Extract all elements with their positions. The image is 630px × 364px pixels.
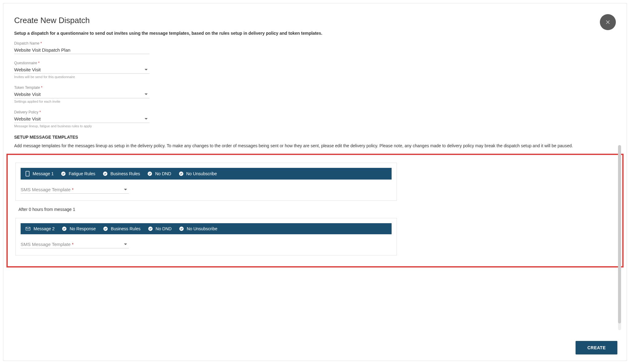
tag-no-unsubscribe: No Unsubscribe: [187, 226, 217, 231]
token-template-value: Website Visit: [14, 92, 41, 97]
templates-description: Add message templates for the messages l…: [14, 143, 616, 149]
sms-template-select-1[interactable]: SMS Message Template *: [21, 186, 129, 194]
tag-fatigue-rules: Fatigue Rules: [69, 171, 95, 176]
check-circle-icon: [148, 172, 152, 176]
modal-footer: CREATE: [3, 335, 627, 361]
svg-rect-2: [26, 171, 29, 176]
page-title: Create New Dispatch: [14, 16, 616, 25]
chevron-down-icon: [124, 189, 127, 190]
message-header-2: Message 2 No Response Business Rules: [21, 223, 392, 234]
check-circle-icon: [62, 227, 66, 231]
message-1-title: Message 1: [33, 171, 54, 176]
message-block-1: Message 1 Fatigue Rules Business Rules: [15, 163, 397, 201]
sms-template-select-2[interactable]: SMS Message Template *: [21, 240, 129, 248]
check-circle-icon: [179, 227, 184, 231]
token-template-label: Token Template *: [14, 85, 150, 90]
delivery-policy-hint: Message lineup, fatigue and business rul…: [14, 124, 150, 128]
tag-no-dnd: No DND: [155, 171, 171, 176]
dispatch-name-input[interactable]: [14, 46, 150, 54]
check-circle-icon: [103, 172, 107, 176]
page-description: Setup a dispatch for a questionnaire to …: [14, 31, 616, 36]
chevron-down-icon: [145, 69, 148, 70]
svg-rect-7: [26, 227, 30, 230]
check-circle-icon: [61, 172, 66, 176]
create-button[interactable]: CREATE: [576, 341, 617, 354]
tag-no-unsubscribe: No Unsubscribe: [186, 171, 217, 176]
message-2-title: Message 2: [34, 226, 54, 231]
highlighted-templates-region: Message 1 Fatigue Rules Business Rules: [6, 154, 624, 267]
interval-text: After 0 hours from message 1: [18, 207, 615, 212]
scrollbar-thumb[interactable]: [618, 145, 621, 323]
close-icon: [605, 19, 611, 25]
questionnaire-group: Questionnaire * Website Visit Invites wi…: [14, 61, 150, 79]
tag-business-rules: Business Rules: [111, 226, 141, 231]
create-dispatch-modal: Create New Dispatch Setup a dispatch for…: [3, 3, 627, 361]
phone-icon: [26, 171, 30, 176]
chevron-down-icon: [145, 93, 148, 95]
delivery-policy-label: Delivery Policy *: [14, 110, 150, 114]
check-circle-icon: [148, 227, 153, 231]
token-template-hint: Settings applied for each invite: [14, 100, 150, 103]
delivery-policy-value: Website Visit: [14, 116, 41, 121]
tag-no-response: No Response: [70, 226, 96, 231]
token-template-select[interactable]: Website Visit: [14, 90, 150, 98]
close-button[interactable]: [600, 14, 616, 30]
token-template-group: Token Template * Website Visit Settings …: [14, 85, 150, 103]
templates-heading: SETUP MESSAGE TEMPLATES: [14, 135, 616, 140]
scrollbar[interactable]: [618, 145, 621, 330]
questionnaire-value: Website Visit: [14, 67, 41, 72]
envelope-icon: [26, 227, 30, 231]
questionnaire-hint: Invites will be send for this questionna…: [14, 75, 150, 79]
questionnaire-select[interactable]: Website Visit: [14, 66, 150, 74]
chevron-down-icon: [124, 243, 127, 245]
dispatch-name-label: Dispatch Name *: [14, 41, 150, 46]
tag-business-rules: Business Rules: [110, 171, 140, 176]
message-header-1: Message 1 Fatigue Rules Business Rules: [21, 168, 392, 180]
delivery-policy-select[interactable]: Website Visit: [14, 115, 150, 123]
check-circle-icon: [179, 172, 183, 176]
chevron-down-icon: [145, 118, 148, 120]
delivery-policy-group: Delivery Policy * Website Visit Message …: [14, 110, 150, 128]
questionnaire-label: Questionnaire *: [14, 61, 150, 65]
tag-no-dnd: No DND: [156, 226, 172, 231]
message-block-2: Message 2 No Response Business Rules: [15, 218, 397, 255]
dispatch-name-group: Dispatch Name *: [14, 41, 150, 54]
check-circle-icon: [103, 227, 108, 231]
